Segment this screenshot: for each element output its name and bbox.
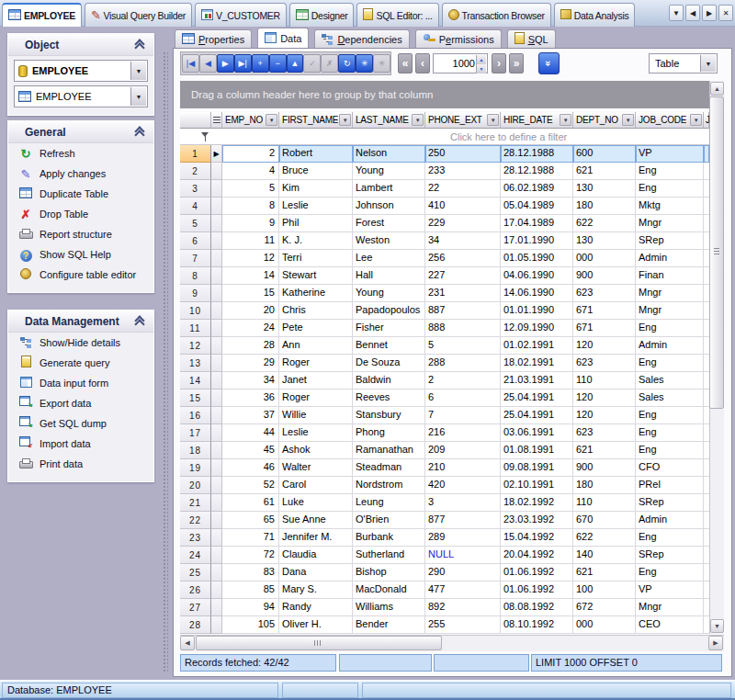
data-cell[interactable]: Willie (279, 407, 353, 424)
data-cell[interactable]: 623 (573, 424, 636, 442)
database-combo[interactable]: EMPLOYEE ▼ (14, 60, 148, 82)
data-cell[interactable]: 670 (573, 512, 636, 529)
data-cell[interactable]: Bender (353, 616, 425, 634)
data-cell[interactable]: 227 (425, 267, 501, 285)
column-header-emp_no[interactable]: EMP_NO▼ (222, 112, 279, 129)
data-cell[interactable]: Admin (636, 337, 704, 355)
data-cell[interactable]: 17.01.1990 (501, 232, 573, 250)
data-cell[interactable]: Dana (279, 564, 353, 581)
table-row[interactable]: 2583DanaBishop29001.06.1992621Eng (180, 564, 709, 581)
data-cell[interactable]: 5 (425, 337, 501, 355)
data-cell[interactable]: 08.08.1992 (501, 599, 573, 616)
sidebar-item-print-data[interactable]: Print data (8, 454, 153, 474)
data-management-section-header[interactable]: Data Management (8, 310, 153, 333)
column-header-first_name[interactable]: FIRST_NAME▼ (279, 112, 353, 129)
data-cell[interactable]: Eng (636, 407, 704, 424)
data-cell[interactable]: Leung (353, 494, 425, 512)
data-cell[interactable]: 01.08.1991 (501, 442, 573, 459)
data-cell[interactable]: 5 (222, 180, 279, 198)
table-row[interactable]: 2472ClaudiaSutherlandNULL20.04.1992140SR… (180, 547, 709, 564)
table-row[interactable]: 48LeslieJohnson41005.04.1989180Mktg (180, 198, 709, 215)
data-cell[interactable]: 8 (222, 198, 279, 215)
data-cell[interactable]: 6 (425, 390, 501, 407)
data-cell[interactable]: Burbank (353, 529, 425, 547)
tab-properties[interactable]: Properties (175, 29, 252, 48)
table-row[interactable]: 611K. J.Weston3417.01.1990130SRep (180, 232, 709, 250)
data-cell[interactable]: 623 (573, 285, 636, 302)
data-cell[interactable]: 140 (573, 547, 636, 564)
filter-hint-cell[interactable]: Click here to define a filter (211, 129, 709, 145)
data-cell[interactable]: 03.06.1991 (501, 424, 573, 442)
table-row[interactable]: 1637WillieStansbury725.04.1991120Eng (180, 407, 709, 424)
data-cell[interactable]: 120 (573, 337, 636, 355)
table-row[interactable]: 915KatherineYoung23114.06.1990623Mngr (180, 285, 709, 302)
data-cell[interactable]: 233 (425, 163, 501, 180)
data-cell[interactable]: 120 (573, 407, 636, 424)
data-cell[interactable]: Ashok (279, 442, 353, 459)
spin-up-icon[interactable]: ▲ (476, 55, 486, 64)
data-cell[interactable]: 15 (222, 285, 279, 302)
sidebar-splitter[interactable] (163, 51, 168, 672)
data-cell[interactable]: Phong (353, 424, 425, 442)
data-cell[interactable]: 45 (222, 442, 279, 459)
data-cell[interactable]: CFO (636, 459, 704, 477)
data-cell[interactable]: 888 (425, 320, 501, 337)
data-cell[interactable]: 01.05.1990 (501, 250, 573, 267)
data-cell[interactable]: Williams (353, 599, 425, 616)
sidebar-item-show-sql-help[interactable]: ?Show SQL Help (8, 244, 153, 265)
table-row[interactable]: 1329RogerDe Souza28818.02.1991623Eng (180, 355, 709, 372)
data-cell[interactable]: 672 (573, 599, 636, 616)
data-cell[interactable]: Lee (353, 250, 425, 267)
data-cell[interactable]: Weston (353, 232, 425, 250)
table-row[interactable]: 1228AnnBennet501.02.1991120Admin (180, 337, 709, 355)
data-cell[interactable]: Mary S. (279, 581, 353, 599)
collapse-icon[interactable] (134, 40, 145, 50)
data-cell[interactable]: Papadopoulos (353, 302, 425, 320)
data-cell[interactable]: 28 (222, 337, 279, 355)
data-cell[interactable]: 100 (573, 581, 636, 599)
post-edit-button[interactable]: ✓ (303, 54, 321, 73)
sidebar-item-apply-changes[interactable]: ✎Apply changes (8, 164, 153, 184)
data-cell[interactable]: K. J. (279, 232, 353, 250)
data-cell[interactable]: 887 (425, 302, 501, 320)
table-row[interactable]: 712TerriLee25601.05.1990000Admin (180, 250, 709, 267)
data-cell[interactable]: 255 (425, 616, 501, 634)
data-cell[interactable]: Eng (636, 529, 704, 547)
data-cell[interactable]: 622 (573, 215, 636, 232)
data-cell[interactable]: Claudia (279, 547, 353, 564)
horizontal-scroll-thumb[interactable] (196, 636, 442, 650)
data-cell[interactable]: 130 (573, 180, 636, 198)
column-header-last_name[interactable]: LAST_NAME▼ (353, 112, 425, 129)
table-row[interactable]: 1434JanetBaldwin221.03.1991110Sales (180, 372, 709, 390)
column-filter-dropdown-icon[interactable]: ▼ (622, 114, 634, 126)
data-cell[interactable]: Reeves (353, 390, 425, 407)
data-cell[interactable]: 46 (222, 459, 279, 477)
data-cell[interactable]: 622 (573, 529, 636, 547)
group-by-bar[interactable]: Drag a column header here to group by th… (180, 81, 709, 108)
scroll-tabs-left-button[interactable]: ◀ (685, 5, 700, 21)
data-cell[interactable]: Mngr (636, 215, 704, 232)
data-cell[interactable]: 110 (573, 372, 636, 390)
view-mode-combo[interactable]: Table ▼ (649, 53, 718, 73)
data-cell[interactable]: NULL (425, 547, 501, 564)
next-record-button[interactable]: ▶ (217, 54, 234, 73)
data-cell[interactable]: Sales (636, 372, 704, 390)
data-cell[interactable]: Walter (279, 459, 353, 477)
column-filter-dropdown-icon[interactable]: ▼ (412, 114, 424, 126)
data-cell[interactable]: 09.08.1991 (501, 459, 573, 477)
last-page-button[interactable]: » (509, 53, 524, 73)
column-filter-dropdown-icon[interactable]: ▼ (560, 114, 571, 126)
last-record-button[interactable]: ▶| (234, 54, 252, 73)
data-cell[interactable]: SRep (636, 547, 704, 564)
data-cell[interactable]: 671 (573, 320, 636, 337)
data-cell[interactable]: Eng (636, 355, 704, 372)
data-cell[interactable]: 621 (573, 163, 636, 180)
data-cell[interactable]: Nelson (353, 145, 425, 163)
window-tab-visual-query-builder[interactable]: ✎Visual Query Builder (85, 3, 192, 27)
data-cell[interactable]: 11 (222, 232, 279, 250)
data-cell[interactable]: 600 (573, 145, 636, 163)
data-cell[interactable]: 04.06.1990 (501, 267, 573, 285)
scroll-left-icon[interactable]: ◀ (180, 636, 195, 650)
data-cell[interactable]: Bennet (353, 337, 425, 355)
scroll-tabs-right-button[interactable]: ▶ (702, 5, 717, 21)
